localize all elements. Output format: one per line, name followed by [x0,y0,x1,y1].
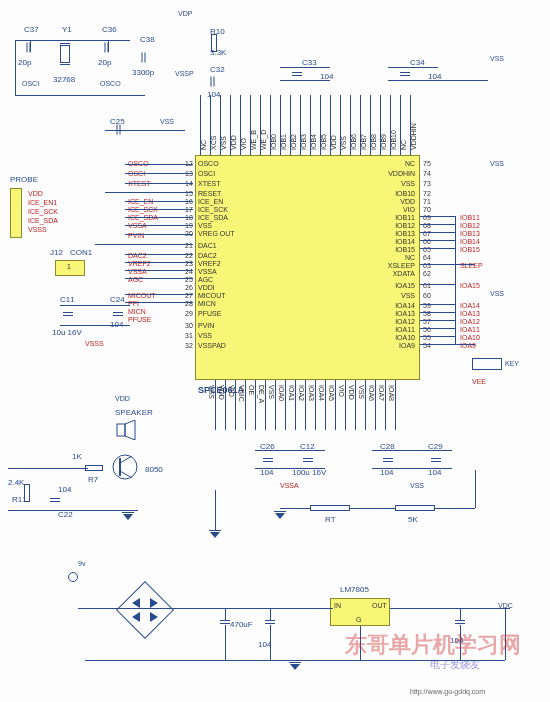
vsss-lbl2: VSSS [85,340,104,347]
pin-xtest: XTEST [198,180,221,187]
net-pfuse: PFUSE [128,316,151,323]
vee-lbl: VEE [472,378,486,385]
bot-pin-18: IOA8 [388,385,395,401]
c37-val: 20p [18,58,31,67]
bot-pin-16: IOA6 [368,385,375,401]
svg-rect-0 [117,424,125,436]
bot-pin-3: VNIC [238,385,245,402]
c34-ref: C34 [410,58,425,67]
net-micn: MICN [128,308,146,315]
lm7805-out: OUT [372,602,387,609]
wire [420,284,455,285]
svg-marker-6 [132,598,140,608]
top-pin-11: IOB4 [310,134,317,150]
wire [420,240,455,241]
probe-conn [10,188,22,238]
pin-reset: RESET [198,190,221,197]
pin-dac1: DAC1 [198,242,217,249]
vss-right-1: VSS [490,160,504,167]
top-pin-1: XCS [210,136,217,150]
top-pin-16: IOB7 [360,134,367,150]
bot-pin-11: IOA4 [318,385,325,401]
wire-bus-r [455,216,456,344]
osco-lbl: OSCO [100,80,121,87]
wire [125,201,193,202]
svg-marker-7 [150,598,158,608]
wire [105,192,193,193]
pin-iceen: ICE_EN [198,198,223,205]
pinno-29: 29 [185,310,193,317]
net-ioa11: IOA11 [460,326,480,333]
wire [270,608,271,620]
pin-icesck: ICE_SCK [198,206,228,213]
osci-lbl: OSCI [22,80,39,87]
wire [125,302,193,303]
pinno-74: 74 [423,170,431,177]
wire [60,325,130,326]
top-pin-9: IOB2 [290,134,297,150]
pin-vss-l2: VSS [198,332,212,339]
c28-val: 104 [380,468,393,477]
net-ioa10: IOA10 [460,334,480,341]
pin-ioa15: IOA15 [395,282,415,289]
r7-ref: R7 [88,475,98,484]
bot-pin-5: DE_A [258,385,265,403]
c33-ref: C33 [302,58,317,67]
q-val: 8050 [145,465,163,474]
bot-pin-14: VDD [348,385,355,400]
pin-ioa13: IOA13 [395,310,415,317]
top-pin-18: IOB9 [380,134,387,150]
c36-val: 20p [98,58,111,67]
vss-bot: VSS [410,482,424,489]
c22-ref: C22 [58,510,73,519]
wire [15,40,130,41]
pin-vssa: VSSA [198,268,217,275]
c38-ref: C38 [140,35,155,44]
svg-line-3 [120,456,132,463]
bot-pin-0: VSS [208,385,215,399]
wire [420,224,455,225]
bot-pin-4: OE [248,385,255,395]
svg-marker-8 [132,612,140,622]
speaker-ref: SPEAKER [115,408,153,417]
wire [8,510,138,511]
net-iob15: IOB15 [460,246,480,253]
vssp-lbl: VSSP [175,70,194,77]
net-iob13: IOB13 [460,230,480,237]
pinno-31: 31 [185,332,193,339]
wire [60,305,130,306]
wire [125,294,193,295]
wire [255,450,325,451]
pin-icesda: ICE_SDA [198,214,228,221]
pin-xsleep: XSLEEP [388,262,415,269]
vin-9v: 9v [78,560,85,567]
pinno-62: 62 [423,270,431,277]
pin-ioa14: IOA14 [395,302,415,309]
wire [125,278,193,279]
bot-pin-9: IOA2 [298,385,305,401]
pinno-73: 73 [423,180,431,187]
c12-val: 100u 16V [292,468,326,477]
vss-right-2: VSS [490,290,504,297]
c11-val: 10u 16V [52,328,82,337]
pin-vsspad: VSSPAD [198,342,226,349]
vssa-bot: VSSA [280,482,299,489]
pin-ioa12: IOA12 [395,318,415,325]
wire [15,40,16,95]
pin-ioa10: IOA10 [395,334,415,341]
r5k-val: 5K [408,515,418,524]
pin-vdd-r: VDD [400,198,415,205]
wire [280,67,330,68]
wire [350,508,395,509]
r7-val: 1K [72,452,82,461]
j12-ref: J12 [50,248,63,257]
probe-icesck: ICE_SCK [28,208,58,215]
top-pin-12: IOB5 [320,134,327,150]
wire [125,262,193,263]
net-ioa14: IOA14 [460,302,480,309]
pin-micn: MICN [198,300,216,307]
svg-rect-5 [117,582,174,639]
c22-val: 104 [58,485,71,494]
wire [420,264,475,265]
pin-dac2: DAC2 [198,252,217,259]
